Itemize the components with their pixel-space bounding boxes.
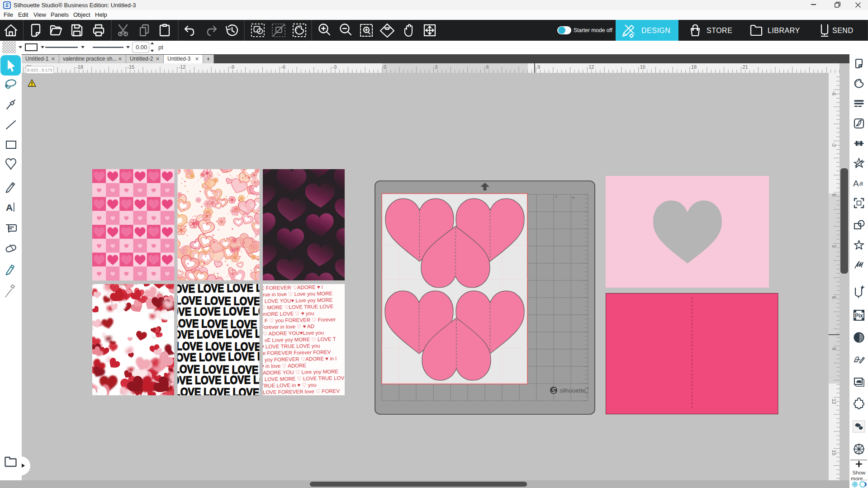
- svg-text:6: 6: [486, 64, 489, 70]
- svg-text:3: 3: [831, 245, 837, 247]
- svg-text:12: 12: [831, 398, 837, 404]
- svg-text:LOVE LOVE LOVE LOVE: LOVE LOVE LOVE LOVE: [166, 373, 280, 387]
- svg-text:-9: -9: [230, 64, 234, 70]
- svg-text:a: a: [859, 180, 863, 187]
- svg-text:E FOREVER ♡ADORE ♥ l: E FOREVER ♡ADORE ♥ l: [261, 284, 323, 291]
- svg-text:9: 9: [831, 347, 837, 350]
- svg-text:0.00: 0.00: [136, 44, 147, 51]
- svg-text:Show: Show: [853, 470, 866, 475]
- svg-text:21: 21: [742, 64, 748, 70]
- svg-text:-18: -18: [76, 64, 83, 70]
- svg-text:Pix: Pix: [855, 313, 863, 319]
- svg-text:15: 15: [831, 450, 837, 455]
- svg-text:12: 12: [588, 64, 594, 70]
- svg-text:silhouette: silhouette: [560, 387, 586, 394]
- svg-text:-3: -3: [831, 142, 837, 147]
- svg-text:-15: -15: [127, 64, 134, 70]
- svg-text:15: 15: [640, 64, 645, 70]
- svg-text:6: 6: [831, 296, 837, 299]
- svg-text:0: 0: [831, 194, 837, 196]
- svg-text:-12: -12: [179, 64, 186, 70]
- svg-text:SEND: SEND: [832, 27, 853, 34]
- svg-text:18: 18: [691, 64, 697, 70]
- svg-text:A: A: [6, 202, 13, 213]
- svg-text:♥ LOVE TRUE LOVE you: ♥ LOVE TRUE LOVE you: [261, 343, 320, 349]
- svg-text:♡ ADORE YOU♥Love you: ♡ ADORE YOU♥Love you: [263, 330, 324, 336]
- svg-text:Starter mode off: Starter mode off: [574, 27, 612, 33]
- svg-text:-3: -3: [332, 64, 337, 70]
- svg-text:0: 0: [384, 64, 386, 70]
- svg-text:Forever in love ♡ ♥ AD: Forever in love ♡ ♥ AD: [261, 323, 314, 330]
- svg-text:more...: more...: [851, 476, 867, 481]
- svg-text:LOVE LOVE LOVE LOVE: LOVE LOVE LOVE LOVE: [165, 304, 279, 318]
- svg-text:♥ in love ♡ ADORE: ♥ in love ♡ ADORE: [261, 363, 307, 369]
- svg-text:TRUE LOVE in ♥ ♡ you: TRUE LOVE in ♥ ♡ you: [261, 382, 317, 389]
- svg-text:A: A: [853, 179, 859, 188]
- svg-text:-6: -6: [831, 91, 837, 95]
- svg-text:10: 10: [572, 196, 575, 199]
- svg-text:3: 3: [435, 64, 437, 70]
- svg-text:9: 9: [537, 64, 540, 70]
- svg-text:DESIGN: DESIGN: [641, 27, 670, 34]
- svg-text:pt: pt: [158, 44, 163, 51]
- svg-text:STORE: STORE: [707, 27, 732, 34]
- svg-text:LIBRARY: LIBRARY: [768, 27, 800, 34]
- svg-text:mORE LOVE ♡ ♥ you: mORE LOVE ♡ ♥ you: [263, 311, 314, 317]
- svg-text:-6: -6: [281, 64, 285, 70]
